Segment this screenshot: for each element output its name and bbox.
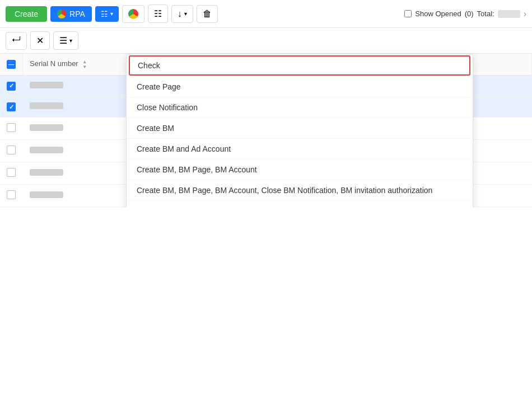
sort-icon[interactable]: ▲▼ (82, 59, 87, 69)
list-icon: ☰ (59, 35, 67, 46)
trash-icon: 🗑 (203, 9, 212, 19)
list-button[interactable]: ☰ ▾ (53, 31, 78, 50)
rpa-button[interactable]: RPA (50, 6, 92, 22)
row-checkbox-cell (0, 185, 23, 207)
row-checkbox-cell (0, 76, 23, 97)
row-checkbox[interactable] (7, 168, 16, 177)
serial-blur (30, 191, 63, 198)
row-checkbox[interactable] (7, 190, 16, 199)
download-button[interactable]: ↓ ▾ (171, 5, 193, 23)
dropdown-item[interactable]: Check (129, 55, 470, 76)
show-opened-count: (0) (465, 10, 474, 18)
show-opened-container: Show Opened (0) (404, 10, 473, 18)
row-checkbox[interactable] (7, 146, 16, 154)
show-opened-label: Show Opened (415, 10, 461, 18)
header-checkbox-cell (0, 54, 23, 76)
row-checkbox-cell (0, 140, 23, 162)
chrome-button[interactable] (122, 5, 144, 23)
close-button[interactable]: ✕ (30, 31, 50, 50)
row-checkbox-cell (0, 118, 23, 140)
main-toolbar: Create RPA ☷ ▾ ☷ ↓ ▾ 🗑 Show Opened (0) T… (0, 0, 532, 28)
dropdown-item[interactable]: Create BM and Ad Account (127, 139, 473, 160)
rpa-circle-icon (57, 10, 66, 18)
download-icon: ↓ (178, 9, 182, 19)
dropdown-item[interactable]: Create BM, BM Page, BM Account, Close BM… (127, 180, 473, 201)
serial-blur (30, 124, 63, 131)
dropdown-item[interactable]: Create BM, BM Page, BM Account, Check BM… (127, 201, 473, 207)
serial-blur (30, 147, 63, 153)
row-checkbox[interactable] (7, 123, 16, 132)
serial-blur (30, 169, 63, 176)
row-checkbox-cell (0, 96, 23, 118)
secondary-toolbar: ⮠ ✕ ☰ ▾ (0, 28, 532, 54)
nav-arrow[interactable]: › (524, 9, 526, 19)
layout-icon: ☷ (154, 8, 162, 19)
row-checkbox[interactable] (7, 82, 16, 91)
layout-button[interactable]: ☷ (148, 4, 168, 23)
table-area: Serial N umber ▲▼ Group CheckCreate Page… (0, 54, 532, 207)
total-label: Total: (477, 10, 494, 18)
filter-button[interactable]: ☷ ▾ (95, 6, 119, 22)
create-button[interactable]: Create (6, 6, 47, 22)
filter-icon: ☷ (101, 10, 108, 18)
dropdown-item[interactable]: Create Page (127, 77, 473, 97)
select-all-checkbox[interactable] (7, 60, 16, 69)
serial-blur (30, 102, 63, 109)
share-button[interactable]: ⮠ (6, 32, 27, 50)
row-checkbox[interactable] (7, 102, 16, 111)
show-opened-checkbox[interactable] (404, 10, 412, 17)
rpa-label: RPA (69, 10, 85, 18)
chrome-icon (128, 9, 138, 19)
filter-chevron-icon: ▾ (110, 11, 113, 17)
dropdown-item[interactable]: Create BM (127, 118, 473, 139)
download-chevron-icon: ▾ (184, 11, 187, 17)
dropdown-menu: CheckCreate PageClose NotificationCreate… (126, 54, 473, 207)
share-icon: ⮠ (12, 36, 21, 46)
dropdown-item[interactable]: Close Notification (127, 97, 473, 118)
serial-blur (30, 82, 63, 88)
total-value (498, 10, 520, 18)
close-icon: ✕ (36, 35, 44, 46)
serial-number-label: Serial N umber (30, 59, 78, 68)
delete-button[interactable]: 🗑 (197, 5, 218, 23)
list-chevron-icon: ▾ (69, 37, 72, 44)
dropdown-item[interactable]: Create BM, BM Page, BM Account (127, 160, 473, 180)
row-checkbox-cell (0, 162, 23, 185)
